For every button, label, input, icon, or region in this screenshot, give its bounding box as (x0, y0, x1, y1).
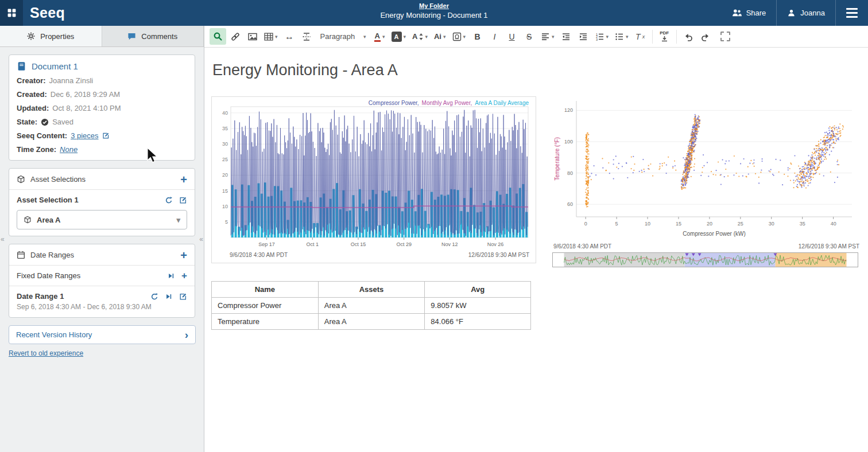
numbered-list-button[interactable]: 123 ▾ (592, 28, 612, 45)
cell-signal-name: Temperature (212, 314, 319, 330)
insert-table-button[interactable]: ▾ (261, 28, 281, 45)
left-edge-collapse-handle[interactable]: « (1, 235, 5, 243)
underline-label: U (509, 32, 514, 41)
step-to-end-icon[interactable] (165, 293, 173, 301)
strikethrough-button[interactable]: S (521, 28, 537, 45)
add-date-range-button[interactable]: + (180, 251, 187, 259)
font-color-button[interactable]: A ▾ (371, 28, 388, 45)
table-icon (264, 32, 273, 41)
image-icon (248, 32, 257, 41)
temperature-scatter-chart[interactable]: 60801001200510152025303540Compressor Pow… (552, 96, 861, 267)
edit-icon[interactable] (102, 132, 110, 139)
insert-symbol-button[interactable]: ▾ (450, 28, 469, 45)
paragraph-style-dropdown[interactable]: Paragraph ▾ (316, 28, 371, 45)
svg-text:3: 3 (596, 37, 598, 41)
date-range-name: Date Range 1 (17, 292, 64, 301)
user-icon (787, 9, 796, 17)
svg-text:20: 20 (707, 221, 712, 227)
creator-value: Joanna Zinsli (49, 76, 94, 85)
sidebar-tabs: Properties Comments (0, 26, 204, 47)
range-end-timestamp: 12/6/2018 9:30 AM PST (468, 252, 529, 258)
insert-horizontal-line-button[interactable]: ↔ (281, 28, 298, 45)
created-value: Dec 6, 2018 9:29 AM (51, 90, 120, 99)
edit-icon[interactable] (179, 196, 187, 204)
properties-sidebar: Properties Comments Document 1 Creator:J… (0, 26, 204, 452)
increase-indent-button[interactable] (575, 28, 592, 45)
cell-asset: Area A (318, 298, 425, 314)
pdf-label: PDF (660, 31, 669, 36)
outdent-icon (561, 32, 571, 41)
waffle-grid-icon (7, 8, 17, 18)
share-users-icon (732, 8, 742, 18)
svg-text:0: 0 (584, 221, 587, 227)
add-fixed-date-range-button[interactable]: + (181, 272, 187, 280)
bold-button[interactable]: B (469, 28, 486, 45)
cube-icon (17, 175, 25, 184)
chevron-down-icon: ▾ (404, 34, 406, 40)
font-size-label: A (412, 32, 417, 41)
insert-seeq-content-button[interactable] (210, 28, 226, 45)
add-asset-selection-button[interactable]: + (180, 176, 187, 184)
recent-version-history-button[interactable]: Recent Version History › (9, 325, 196, 344)
special-character-icon (452, 32, 462, 41)
topbar-actions: Share Joanna (722, 0, 868, 26)
chevron-down-icon: ▾ (463, 34, 466, 40)
undo-button[interactable] (680, 28, 697, 45)
font-background-color-button[interactable]: A ▾ (389, 28, 409, 45)
timezone-link[interactable]: None (60, 145, 78, 154)
svg-text:Temperature (°F): Temperature (°F) (554, 137, 560, 181)
svg-text:Oct 29: Oct 29 (396, 241, 412, 247)
chevron-down-icon: ▾ (176, 216, 180, 224)
summary-table[interactable]: Name Assets Avg Compressor Power Area A … (211, 281, 531, 330)
seeq-content-link[interactable]: 3 pieces (71, 131, 98, 140)
bulleted-list-button[interactable]: ▾ (612, 28, 631, 45)
svg-text:5: 5 (225, 219, 228, 225)
insert-page-break-button[interactable] (299, 28, 315, 45)
underline-button[interactable]: U (503, 28, 520, 45)
divider (9, 286, 195, 286)
user-menu-button[interactable]: Joanna (777, 0, 835, 26)
svg-text:Sep 17: Sep 17 (258, 241, 275, 247)
insert-image-button[interactable] (244, 28, 261, 45)
creator-label: Creator: (17, 76, 46, 85)
top-navigation-bar: Seeq My Folder Energy Monitoring - Docum… (0, 0, 868, 26)
font-size-button[interactable]: A ▾ (409, 28, 431, 45)
tab-comments[interactable]: Comments (102, 26, 204, 46)
undo-icon (684, 32, 693, 41)
font-family-button[interactable]: Ai ▾ (431, 28, 449, 45)
redo-icon (701, 32, 710, 41)
refresh-icon[interactable] (150, 293, 158, 301)
revert-to-old-experience-link[interactable]: Revert to old experience (9, 349, 83, 357)
table-header-avg: Avg (425, 282, 531, 298)
redo-button[interactable] (698, 28, 714, 45)
compressor-power-chart[interactable]: Compressor Power, Monthly Avg Power, Are… (211, 96, 536, 263)
breadcrumb-my-folder[interactable]: My Folder (380, 2, 487, 9)
decrease-indent-button[interactable] (558, 28, 575, 45)
table-header-name: Name (212, 282, 319, 298)
legend-compressor-power: Compressor Power, (369, 100, 419, 106)
insert-link-button[interactable] (227, 28, 243, 45)
svg-text:Oct 15: Oct 15 (351, 241, 366, 247)
asset-selection-dropdown[interactable]: Area A ▾ (17, 210, 187, 229)
text-alignment-button[interactable]: ▾ (538, 28, 557, 45)
share-button[interactable]: Share (722, 0, 777, 26)
export-pdf-button[interactable]: PDF (656, 28, 673, 45)
show-borders-toggle[interactable] (720, 32, 730, 41)
svg-text:120: 120 (564, 107, 573, 113)
document-canvas[interactable]: Energy Monitoring - Area A Compressor Po… (204, 48, 868, 334)
refresh-icon[interactable] (165, 196, 173, 204)
app-switcher-button[interactable] (0, 0, 23, 26)
main-menu-button[interactable] (836, 8, 868, 18)
italic-button[interactable]: I (486, 28, 503, 45)
edit-icon[interactable] (179, 293, 187, 301)
table-header-row: Name Assets Avg (212, 282, 531, 298)
link-icon (231, 32, 240, 41)
state-label: State: (17, 118, 37, 126)
svg-text:5: 5 (615, 221, 618, 227)
chevron-down-icon: ▾ (363, 34, 366, 40)
tab-properties[interactable]: Properties (0, 26, 102, 46)
created-label: Created: (17, 90, 47, 99)
sidebar-collapse-handle[interactable]: « (199, 235, 203, 243)
remove-format-button[interactable]: Tx (632, 28, 649, 45)
step-to-end-icon[interactable] (167, 272, 175, 280)
